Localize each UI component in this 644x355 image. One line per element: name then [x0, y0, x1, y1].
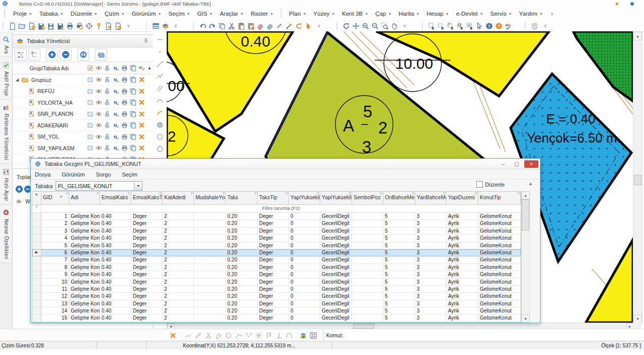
nodes-2-button[interactable]	[243, 330, 254, 340]
menu-raster[interactable]: Raster▼	[247, 9, 277, 19]
toolbar-chevron[interactable]: ∨	[313, 23, 325, 28]
grid-row-8[interactable]: 8Gelişme Konut0.40Deger20.20Deger0Gecerl…	[32, 264, 521, 271]
toolbar-grip[interactable]	[422, 22, 424, 30]
menu-proje[interactable]: Proje▼	[10, 9, 36, 19]
colhead-eye[interactable]	[94, 64, 103, 72]
abc-check-button[interactable]: abc	[504, 21, 513, 31]
eye-refresh-button[interactable]	[77, 49, 89, 61]
toolbar-chevron[interactable]: ∨	[399, 23, 411, 28]
colhead-printer[interactable]	[120, 64, 129, 72]
side-tab-h-zl-ayar[interactable]: Hızlı Ayar	[0, 164, 12, 205]
toolbar-grip[interactable]	[525, 22, 527, 30]
menu-ara-lar[interactable]: Araçlar▼	[216, 9, 247, 19]
layer-layerbox-toggle[interactable]	[86, 87, 94, 96]
layer-panel-header[interactable]: Tabaka Yöneticisi	[13, 35, 153, 48]
hand-button[interactable]	[389, 21, 399, 31]
menu-servis[interactable]: Servis▼	[487, 9, 516, 19]
map-hscroll-thumb[interactable]	[353, 324, 374, 329]
map-vscroll-thumb[interactable]	[634, 175, 641, 185]
paste-button[interactable]	[236, 21, 246, 31]
layer-x-mark-toggle[interactable]	[137, 110, 146, 118]
layer-x-mark-toggle[interactable]	[137, 144, 146, 152]
draw-spline-button[interactable]	[154, 94, 165, 106]
layer-n-badge-toggle[interactable]: N	[112, 98, 120, 107]
select-pointer-button[interactable]	[475, 21, 484, 31]
grid-vscroll-down[interactable]: ▼	[521, 315, 530, 323]
doc-close-button[interactable]	[104, 21, 113, 31]
toolbar-chevron[interactable]: ∨	[123, 23, 134, 28]
toolbar-grip[interactable]	[193, 22, 195, 30]
map-vscroll-up[interactable]: ▲	[633, 32, 642, 40]
layer-layerbox-toggle[interactable]	[86, 132, 94, 141]
grid-row-13[interactable]: 13Gelişme Konut0.40Deger20.20Deger0Gecer…	[32, 300, 521, 307]
filter-funnel-icon[interactable]: ∇	[317, 192, 319, 196]
column-header-adi-1[interactable]: Adi∇	[69, 192, 100, 204]
doc-new-button[interactable]	[8, 21, 17, 31]
tree-expander-icon[interactable]: ◢	[14, 77, 21, 82]
layers-button[interactable]	[161, 21, 170, 31]
edit-checkbox-group[interactable]: Düzenle	[476, 181, 505, 188]
layer-copy-toggle[interactable]	[129, 75, 137, 84]
layer-printer-toggle[interactable]	[120, 110, 129, 118]
layer-x-mark-toggle[interactable]	[137, 87, 146, 96]
select-inv-button[interactable]	[465, 21, 475, 31]
layers-color-button[interactable]	[298, 330, 308, 340]
tree-layer-row[interactable]: ADAKENARIN	[13, 120, 153, 131]
layer-n-badge-toggle[interactable]: N	[112, 121, 120, 129]
star-button[interactable]	[254, 330, 264, 340]
refresh-button[interactable]	[341, 21, 351, 31]
grid-row-15[interactable]: 15Gelişme Konut0.40Deger20.20Deger0Gecer…	[32, 315, 521, 322]
filter-funnel-icon[interactable]: ∇	[128, 192, 130, 196]
grid-vscroll-thumb[interactable]	[522, 199, 529, 231]
layer-copy-toggle[interactable]	[129, 87, 137, 96]
filter-funnel-icon[interactable]: ∇	[412, 192, 414, 196]
move-orange-2-button[interactable]	[284, 21, 294, 31]
plus-circle-button[interactable]	[46, 49, 58, 61]
menu-se-im[interactable]: Seçim▼	[165, 9, 194, 19]
layer-x-mark-toggle[interactable]	[137, 98, 146, 107]
column-header-gid-0[interactable]: GID▲∇	[41, 192, 69, 204]
filter-funnel-icon[interactable]: ∇	[443, 192, 445, 196]
eraser-blue-button[interactable]	[265, 21, 275, 31]
layer-lock-open-toggle[interactable]	[103, 144, 112, 152]
target-button[interactable]	[84, 21, 94, 31]
save-as-button[interactable]	[56, 21, 65, 31]
colhead-checkbox-checked[interactable]	[86, 64, 94, 72]
layer-eye-toggle[interactable]	[94, 75, 103, 84]
grid-vscroll-up[interactable]: ▲	[521, 191, 530, 199]
tree-layer-row[interactable]: SM_YOLN	[13, 131, 153, 143]
layer-n-badge-toggle[interactable]: N	[112, 144, 120, 152]
side-tab-aktif-proje[interactable]: Aktif Proje	[0, 57, 12, 100]
close-button[interactable]: ×	[524, 160, 538, 168]
toolbar-chevron[interactable]: ∨	[539, 23, 551, 28]
side-tab-nesne-zellikleri[interactable]: Nesne Özellikleri	[0, 205, 12, 263]
curve-button[interactable]	[183, 330, 193, 340]
filter-funnel-icon[interactable]: ∇	[475, 192, 477, 196]
menu-g-r-n-m[interactable]: Görünüm▼	[128, 9, 165, 19]
menu-e-devlet[interactable]: e-Devlet▼	[453, 9, 487, 19]
draw-polyline-button[interactable]	[154, 70, 165, 82]
filter-funnel-icon[interactable]: ∇	[517, 192, 520, 196]
layer-x-mark-toggle[interactable]	[137, 132, 146, 141]
explorer-menu-sorgu[interactable]: Sorgu	[96, 171, 111, 178]
draw-point-button[interactable]	[154, 46, 165, 58]
eraser-pink-button[interactable]	[256, 21, 265, 31]
menu-plan[interactable]: Plan▼	[285, 9, 310, 19]
measure-help-button[interactable]: ?	[530, 21, 539, 31]
tree-group-row[interactable]: ◢GrupsuzN	[13, 74, 153, 86]
column-header-konuttip-14[interactable]: KonutTip∇	[478, 192, 521, 204]
layer-x-mark-toggle[interactable]	[137, 75, 146, 84]
side-tab-referans-y-neticisi[interactable]: Referans Yöneticisi	[0, 100, 12, 164]
layer-printer-toggle[interactable]	[120, 75, 129, 84]
zoom-in-button[interactable]	[361, 21, 370, 31]
fit-blue-button[interactable]	[308, 330, 318, 340]
nodes-button[interactable]	[233, 330, 243, 340]
minus-circle-button[interactable]	[60, 49, 72, 61]
help-orange-button[interactable]: ?	[494, 21, 504, 31]
column-header-emsalkaks-2[interactable]: EmsalKaks∇	[100, 192, 131, 204]
layer-copy-toggle[interactable]	[129, 132, 137, 141]
orange-badge-icon[interactable]	[614, 1, 620, 7]
layer-layerbox-toggle[interactable]	[86, 110, 94, 118]
grid-vscrollbar[interactable]: ▲ ▼	[521, 191, 529, 322]
grid-row-1[interactable]: 1Gelişme Konut0.40Deger20.20Deger0Gecerl…	[32, 213, 521, 220]
